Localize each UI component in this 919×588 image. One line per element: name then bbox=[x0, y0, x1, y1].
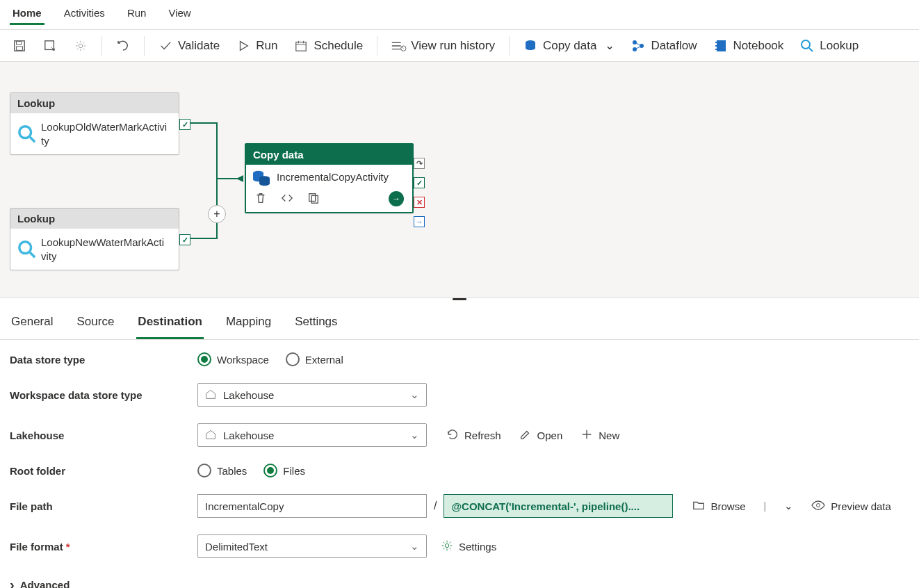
save-icon bbox=[13, 39, 26, 53]
browse-button[interactable]: Browse bbox=[692, 500, 745, 513]
radio-tables-label: Tables bbox=[217, 465, 247, 477]
search-icon bbox=[20, 243, 34, 256]
activity-type-label: Lookup bbox=[10, 93, 179, 113]
dropdown-value: Lakehouse bbox=[223, 389, 274, 401]
workspace-data-store-type-dropdown[interactable]: Lakehouse ⌄ bbox=[197, 383, 427, 407]
validate-button[interactable]: Validate bbox=[153, 35, 225, 57]
dataflow-icon bbox=[631, 39, 645, 53]
dropdown-value: DelimitedText bbox=[205, 541, 268, 553]
radio-files[interactable]: Files bbox=[263, 464, 305, 477]
tab-source[interactable]: Source bbox=[75, 312, 115, 339]
success-checkmark-icon: ✓ bbox=[179, 234, 190, 245]
view-run-history-button[interactable]: View run history bbox=[386, 35, 501, 57]
path-separator: / bbox=[434, 500, 437, 512]
svg-point-20 bbox=[445, 544, 448, 547]
file-format-settings-button[interactable]: Settings bbox=[441, 539, 496, 554]
validate-label: Validate bbox=[178, 39, 220, 53]
open-label: Open bbox=[537, 430, 563, 441]
file-path-folder-input[interactable]: IncrementalCopy bbox=[197, 494, 427, 518]
lookup-button[interactable]: Lookup bbox=[795, 35, 864, 57]
open-button[interactable]: Open bbox=[519, 428, 563, 443]
fail-marker-icon[interactable]: ✕ bbox=[414, 197, 425, 208]
run-button[interactable]: Run bbox=[231, 35, 283, 57]
notebook-icon bbox=[714, 39, 728, 53]
file-path-expression-value: @CONCAT('Incremental-', pipeline().... bbox=[451, 500, 640, 512]
radio-tables[interactable]: Tables bbox=[197, 464, 247, 477]
view-run-history-label: View run history bbox=[411, 39, 495, 53]
advanced-label: Advanced bbox=[20, 579, 70, 589]
file-path-expression-input[interactable]: @CONCAT('Incremental-', pipeline().... bbox=[444, 494, 673, 518]
lakehouse-icon bbox=[205, 389, 216, 402]
notebook-label: Notebook bbox=[733, 39, 784, 53]
lookup-label: Lookup bbox=[820, 39, 859, 53]
svg-rect-2 bbox=[17, 46, 23, 49]
run-activity-icon[interactable]: → bbox=[389, 191, 404, 206]
ribbon-tab-view[interactable]: View bbox=[165, 6, 193, 25]
undo-button[interactable] bbox=[111, 35, 136, 57]
ribbon-tab-activities[interactable]: Activities bbox=[61, 6, 108, 25]
tab-mapping[interactable]: Mapping bbox=[225, 312, 273, 339]
new-button[interactable]: New bbox=[580, 428, 619, 443]
schedule-button[interactable]: Schedule bbox=[288, 35, 368, 57]
tab-general[interactable]: General bbox=[10, 312, 54, 339]
radio-workspace[interactable]: Workspace bbox=[197, 352, 269, 366]
preview-data-button[interactable]: Preview data bbox=[811, 500, 891, 512]
svg-point-9 bbox=[633, 47, 637, 51]
activity-copy-data[interactable]: Copy data IncrementalCopyActivity → bbox=[245, 143, 414, 213]
lakehouse-icon bbox=[205, 429, 216, 442]
notebook-button[interactable]: Notebook bbox=[708, 35, 790, 57]
pipeline-canvas[interactable]: Lookup LookupOldWaterMarkActivity ✓ Look… bbox=[0, 62, 919, 298]
activity-lookup-old-watermark[interactable]: Lookup LookupOldWaterMarkActivity bbox=[10, 92, 179, 155]
lakehouse-label: Lakehouse bbox=[10, 430, 197, 441]
ribbon-tab-run[interactable]: Run bbox=[124, 6, 149, 25]
ribbon-tab-home[interactable]: Home bbox=[10, 6, 44, 25]
activity-lookup-new-watermark[interactable]: Lookup LookupNewWaterMarkActivity bbox=[10, 208, 179, 270]
success-checkmark-icon: ✓ bbox=[179, 119, 190, 130]
play-icon bbox=[236, 39, 250, 53]
copy-icon[interactable] bbox=[307, 192, 320, 206]
ribbon-tabs: Home Activities Run View bbox=[0, 0, 919, 30]
save-as-button[interactable] bbox=[38, 35, 63, 57]
history-icon bbox=[391, 39, 405, 53]
advanced-toggle[interactable]: Advanced bbox=[10, 575, 909, 588]
refresh-button[interactable]: Refresh bbox=[446, 428, 501, 443]
skip-marker-icon[interactable]: ↷ bbox=[414, 158, 425, 169]
settings-button[interactable] bbox=[68, 35, 93, 57]
svg-point-10 bbox=[640, 44, 644, 48]
tab-settings[interactable]: Settings bbox=[293, 312, 339, 339]
lakehouse-dropdown[interactable]: Lakehouse ⌄ bbox=[197, 423, 427, 447]
code-icon[interactable] bbox=[281, 192, 293, 206]
radio-external[interactable]: External bbox=[286, 352, 343, 366]
chevron-right-icon bbox=[10, 578, 15, 588]
browse-label: Browse bbox=[710, 500, 745, 512]
copy-data-button[interactable]: Copy data⌄ bbox=[518, 34, 621, 57]
svg-point-8 bbox=[633, 40, 637, 44]
schedule-label: Schedule bbox=[314, 39, 363, 53]
search-icon bbox=[800, 39, 814, 53]
chevron-down-icon: ⌄ bbox=[410, 429, 419, 441]
svg-point-14 bbox=[19, 241, 31, 253]
completion-marker-icon[interactable]: → bbox=[414, 216, 425, 227]
success-marker-icon[interactable]: ✓ bbox=[414, 177, 425, 188]
workspace-data-store-type-label: Workspace data store type bbox=[10, 389, 197, 401]
svg-rect-11 bbox=[717, 40, 726, 51]
file-format-dropdown[interactable]: DelimitedText ⌄ bbox=[197, 534, 427, 558]
destination-form: Data store type Workspace External Works… bbox=[0, 340, 919, 588]
check-icon bbox=[158, 39, 172, 53]
tab-destination[interactable]: Destination bbox=[136, 312, 204, 339]
delete-icon[interactable] bbox=[254, 192, 267, 206]
svg-rect-0 bbox=[15, 40, 24, 50]
folder-icon bbox=[692, 500, 705, 513]
expand-browse-button[interactable]: ⌄ bbox=[784, 500, 793, 512]
radio-external-label: External bbox=[305, 354, 343, 366]
root-folder-label: Root folder bbox=[10, 465, 197, 477]
gear-icon bbox=[74, 39, 88, 53]
save-button[interactable] bbox=[7, 35, 32, 57]
activity-name: LookupNewWaterMarkActivity bbox=[41, 236, 169, 263]
chevron-down-icon: ⌄ bbox=[784, 500, 793, 512]
svg-point-4 bbox=[79, 44, 82, 47]
activity-name: LookupOldWaterMarkActivity bbox=[41, 120, 169, 147]
add-activity-button[interactable]: + bbox=[208, 205, 226, 223]
dataflow-button[interactable]: Dataflow bbox=[626, 35, 702, 57]
svg-rect-1 bbox=[17, 41, 22, 44]
